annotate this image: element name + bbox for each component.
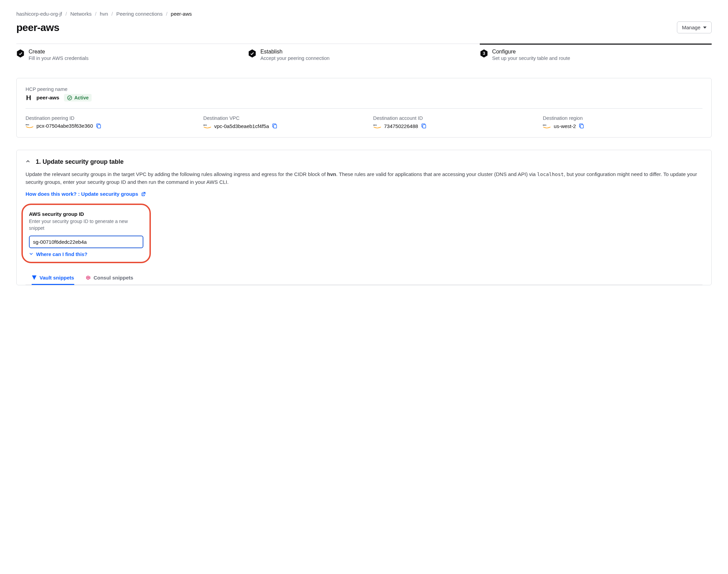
security-group-id-input[interactable]: [29, 236, 143, 248]
breadcrumb-item[interactable]: Networks: [70, 11, 92, 17]
svg-rect-6: [423, 125, 426, 128]
destination-label: Destination region: [543, 115, 702, 121]
breadcrumb-item[interactable]: Peering connections: [116, 11, 162, 17]
step-configure: 3 Configure Set up your security table a…: [480, 44, 712, 64]
copy-icon[interactable]: [421, 123, 427, 129]
consul-icon: [86, 275, 91, 280]
hashicorp-icon: [26, 95, 32, 101]
divider: [26, 108, 702, 109]
where-find-link[interactable]: Where can I find this?: [29, 252, 88, 257]
aws-icon: aws: [26, 123, 34, 128]
step-subtitle: Accept your peering connection: [260, 55, 330, 61]
destination-label: Destination VPC: [203, 115, 363, 121]
breadcrumb-sep: /: [95, 11, 96, 17]
destination-vpc: Destination VPC aws vpc-0a5d3beaeb1cf4f5…: [203, 115, 363, 129]
destination-label: Destination account ID: [373, 115, 533, 121]
svg-text:aws: aws: [26, 124, 29, 126]
chevron-down-icon: [703, 27, 707, 29]
help-link-text: How does this work? : Update security gr…: [26, 191, 138, 197]
step-title: Configure: [492, 49, 570, 55]
manage-button[interactable]: Manage: [677, 21, 712, 33]
where-find-text: Where can I find this?: [36, 252, 88, 257]
aws-icon: aws: [373, 123, 381, 129]
svg-rect-8: [581, 125, 584, 128]
vault-icon: [32, 275, 37, 280]
destination-region: Destination region aws us-west-2: [543, 115, 702, 129]
copy-icon[interactable]: [272, 123, 278, 129]
destination-value: us-west-2: [554, 123, 576, 129]
breadcrumb-sep: /: [166, 11, 167, 17]
copy-icon[interactable]: [96, 123, 102, 129]
status-text: Active: [74, 95, 89, 100]
copy-icon[interactable]: [579, 123, 585, 129]
step-check-icon: [248, 49, 256, 58]
chevron-down-icon: [29, 252, 33, 257]
breadcrumb-sep: /: [111, 11, 113, 17]
step-establish: Establish Accept your peering connection: [248, 44, 480, 64]
aws-icon: aws: [203, 123, 211, 129]
svg-text:aws: aws: [373, 124, 377, 126]
field-help: Enter your security group ID to generate…: [29, 218, 143, 232]
help-link[interactable]: How does this work? : Update security gr…: [26, 191, 146, 197]
svg-point-10: [88, 277, 89, 278]
snippet-tabs: Vault snippets Consul snippets: [26, 271, 702, 285]
breadcrumb-item[interactable]: hashicorp-edu-org-jf: [16, 11, 62, 17]
chevron-up-icon: [26, 159, 30, 165]
svg-rect-4: [273, 125, 276, 128]
svg-text:aws: aws: [203, 124, 207, 126]
section-header[interactable]: 1. Update security group table: [26, 158, 702, 165]
section-body: Update the relevant security groups in t…: [26, 170, 702, 186]
update-security-section: 1. Update security group table Update th…: [16, 150, 712, 285]
tab-vault-snippets[interactable]: Vault snippets: [32, 271, 74, 285]
destination-label: Destination peering ID: [26, 115, 193, 121]
status-badge: Active: [64, 94, 92, 101]
step-subtitle: Fill in your AWS credentials: [29, 55, 89, 61]
page-header: peer-aws Manage: [16, 21, 712, 33]
svg-text:aws: aws: [543, 124, 547, 126]
destination-value: vpc-0a5d3beaeb1cf4f5a: [214, 123, 269, 129]
manage-button-label: Manage: [682, 25, 700, 30]
destination-grid: Destination peering ID aws pcx-07504abe3…: [26, 115, 702, 129]
destination-value: pcx-07504abe35f63e360: [36, 123, 93, 129]
section-title: 1. Update security group table: [36, 158, 124, 165]
tab-label: Consul snippets: [94, 275, 133, 281]
tab-consul-snippets[interactable]: Consul snippets: [86, 271, 133, 285]
check-circle-icon: [67, 95, 72, 100]
breadcrumb: hashicorp-edu-org-jf/ Networks/ hvn/ Pee…: [16, 11, 712, 17]
step-title: Create: [29, 49, 89, 55]
step-subtitle: Set up your security table and route: [492, 55, 570, 61]
breadcrumb-item[interactable]: hvn: [100, 11, 108, 17]
step-number-icon: 3: [480, 49, 488, 58]
step-create: Create Fill in your AWS credentials: [16, 44, 248, 64]
security-group-highlight: AWS security group ID Enter your securit…: [21, 204, 151, 264]
stepper: Create Fill in your AWS credentials Esta…: [16, 44, 712, 64]
peering-info-card: HCP peering name peer-aws Active Destina…: [16, 78, 712, 138]
tab-label: Vault snippets: [39, 275, 74, 281]
destination-peering-id: Destination peering ID aws pcx-07504abe3…: [26, 115, 193, 129]
destination-value: 734750226488: [384, 123, 418, 129]
step-check-icon: [16, 49, 25, 58]
peering-name-label: HCP peering name: [26, 86, 702, 92]
peering-name-row: peer-aws Active: [26, 94, 702, 101]
aws-icon: aws: [543, 123, 551, 129]
step-title: Establish: [260, 49, 330, 55]
field-label: AWS security group ID: [29, 211, 143, 217]
external-link-icon: [141, 191, 146, 196]
destination-account-id: Destination account ID aws 734750226488: [373, 115, 533, 129]
breadcrumb-sep: /: [65, 11, 67, 17]
breadcrumb-current: peer-aws: [171, 11, 192, 17]
peering-name-value: peer-aws: [36, 95, 59, 101]
svg-point-11: [90, 277, 91, 277]
page-title: peer-aws: [16, 22, 59, 33]
svg-point-12: [90, 278, 91, 279]
svg-rect-2: [97, 125, 100, 128]
